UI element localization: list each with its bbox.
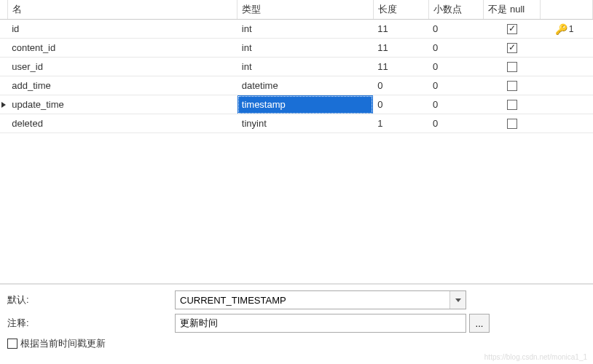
comment-more-button[interactable]: ...	[469, 314, 490, 333]
header-length[interactable]: 长度	[373, 0, 428, 20]
cell-name[interactable]: user_id	[7, 58, 237, 76]
cell-name[interactable]: update_time	[7, 95, 237, 114]
header-row: 名 类型 长度 小数点 不是 null	[0, 0, 593, 20]
cell-type[interactable]: tinyint	[237, 114, 373, 133]
notnull-checkbox[interactable]	[507, 43, 517, 53]
row-marker	[0, 58, 7, 76]
cell-key[interactable]	[541, 95, 593, 114]
cell-length[interactable]: 11	[373, 20, 428, 39]
cell-length[interactable]: 1	[373, 114, 428, 133]
comment-input-wrap	[175, 314, 466, 333]
primary-key-icon: 🔑1	[555, 23, 574, 35]
cell-decimal[interactable]: 0	[428, 76, 484, 95]
cell-key[interactable]: 🔑1	[541, 20, 593, 39]
cell-notnull[interactable]	[484, 58, 541, 76]
cell-type[interactable]: int	[237, 58, 373, 76]
cell-length[interactable]: 11	[373, 39, 428, 58]
table-row[interactable]: user_idint110	[0, 58, 593, 76]
cell-decimal[interactable]: 0	[428, 95, 484, 114]
cell-name[interactable]: deleted	[7, 114, 237, 133]
table-row[interactable]: update_timetimestamp00	[0, 95, 593, 114]
autoupdate-checkbox[interactable]	[7, 339, 17, 349]
comment-input[interactable]	[175, 314, 466, 333]
cell-name[interactable]: id	[7, 20, 237, 39]
autoupdate-label: 根据当前时间戳更新	[20, 337, 106, 350]
table-area: 名 类型 长度 小数点 不是 null idint110🔑1content_id…	[0, 0, 593, 284]
chevron-down-icon	[455, 298, 461, 302]
notnull-checkbox[interactable]	[507, 81, 517, 91]
header-marker	[0, 0, 7, 20]
default-label: 默认:	[7, 293, 175, 306]
row-marker	[0, 39, 7, 58]
notnull-checkbox[interactable]	[507, 62, 517, 72]
key-icon: 🔑	[555, 23, 568, 35]
cell-decimal[interactable]: 0	[428, 39, 484, 58]
notnull-checkbox[interactable]	[507, 119, 517, 129]
default-row: 默认:	[7, 290, 586, 309]
table-row[interactable]: deletedtinyint10	[0, 114, 593, 133]
cell-key[interactable]	[541, 58, 593, 76]
header-decimal[interactable]: 小数点	[428, 0, 484, 20]
default-select-wrap	[175, 290, 466, 309]
table-row[interactable]: content_idint110	[0, 39, 593, 58]
cell-notnull[interactable]	[484, 76, 541, 95]
cell-notnull[interactable]	[484, 20, 541, 39]
cell-name[interactable]: add_time	[7, 76, 237, 95]
row-marker	[0, 95, 7, 114]
cell-decimal[interactable]: 0	[428, 20, 484, 39]
header-notnull[interactable]: 不是 null	[484, 0, 541, 20]
cell-type[interactable]: datetime	[237, 76, 373, 95]
default-dropdown-button[interactable]	[449, 291, 466, 309]
key-number: 1	[569, 24, 574, 34]
cell-type[interactable]: int	[237, 39, 373, 58]
cell-key[interactable]	[541, 114, 593, 133]
table-row[interactable]: add_timedatetime00	[0, 76, 593, 95]
header-type[interactable]: 类型	[237, 0, 373, 20]
notnull-checkbox[interactable]	[507, 24, 517, 34]
columns-table: 名 类型 长度 小数点 不是 null idint110🔑1content_id…	[0, 0, 593, 133]
row-marker	[0, 114, 7, 133]
active-row-arrow-icon	[1, 102, 6, 108]
cell-notnull[interactable]	[484, 39, 541, 58]
cell-type[interactable]: int	[237, 20, 373, 39]
cell-key[interactable]	[541, 76, 593, 95]
cell-decimal[interactable]: 0	[428, 58, 484, 76]
row-marker	[0, 20, 7, 39]
autoupdate-row[interactable]: 根据当前时间戳更新	[7, 337, 586, 350]
cell-length[interactable]: 11	[373, 58, 428, 76]
default-input[interactable]	[175, 290, 466, 309]
cell-type[interactable]: timestamp	[237, 95, 373, 114]
cell-notnull[interactable]	[484, 114, 541, 133]
cell-length[interactable]: 0	[373, 95, 428, 114]
header-name[interactable]: 名	[7, 0, 237, 20]
header-key	[541, 0, 593, 20]
cell-name[interactable]: content_id	[7, 39, 237, 58]
cell-notnull[interactable]	[484, 95, 541, 114]
row-marker	[0, 76, 7, 95]
comment-label: 注释:	[7, 317, 175, 330]
comment-row: 注释: ...	[7, 314, 586, 333]
notnull-checkbox[interactable]	[507, 100, 517, 110]
table-row[interactable]: idint110🔑1	[0, 20, 593, 39]
cell-length[interactable]: 0	[373, 76, 428, 95]
cell-key[interactable]	[541, 39, 593, 58]
cell-decimal[interactable]: 0	[428, 114, 484, 133]
properties-panel: 默认: 注释: ... 根据当前时间戳更新	[0, 284, 593, 356]
